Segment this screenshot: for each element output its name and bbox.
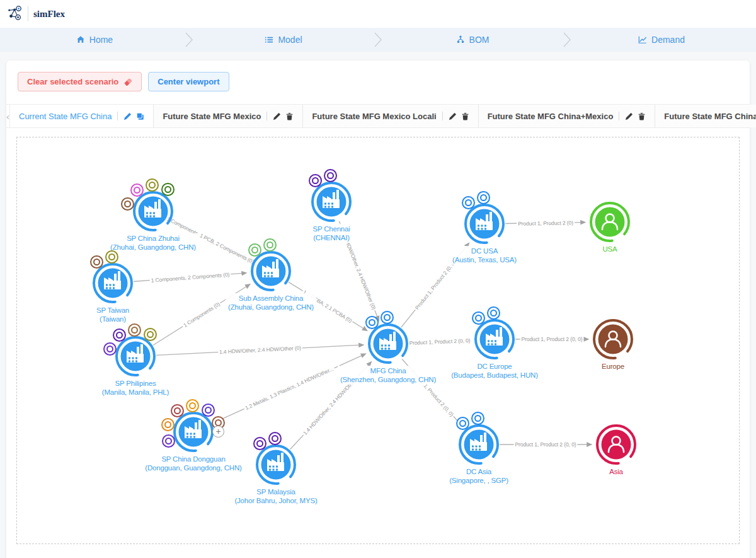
edit-icon[interactable] [123,112,132,120]
expand-node-button[interactable]: + [212,426,224,438]
product-badge [146,178,159,192]
nav-item-home[interactable]: Home [0,28,189,52]
node-location: (Shenzhen, Guangdong, CHN) [340,375,436,384]
node-location: (Singapore, , SGP) [449,476,508,485]
product-badge [113,328,126,342]
scenario-tab-label: Future State MFG China+Mexico2 [664,112,756,121]
product-badge [472,311,485,325]
node-location: (Austin, Texas, USA) [452,255,517,264]
node-label: Sub Assembly China(Zhuhai, Guangdong, CH… [226,293,316,312]
scenario-tab-2[interactable]: Future State MFG Mexico Locali [303,105,478,127]
node-name: DC Europe [451,362,538,371]
scenario-tab-label: Future State MFG Mexico [163,112,261,121]
product-badge [381,311,394,324]
node-label: SP Taiwan(Taiwan) [94,305,132,324]
product-badge [263,238,277,252]
edge-label: Product 1, Product 2 (0) [517,219,575,226]
nav-item-label: Model [278,35,302,45]
node-name: DC USA [452,247,517,255]
product-badge [161,418,175,431]
nav-item-label: Demand [651,35,685,45]
tab-divider [619,112,619,120]
node-name: SP Chennai [312,224,350,233]
scenario-tab-label: Current State MFG China [19,112,112,121]
product-badge [471,412,484,425]
nav-item-label: Home [89,35,113,45]
node-location: (Budapest, Budapest, HUN) [451,371,538,380]
edit-icon[interactable] [273,112,281,120]
node-label: DC Asia(Singapore, , SGP) [447,467,511,485]
nav-item-model[interactable]: Model [189,28,378,52]
app-header: simFlex [0,0,756,28]
node-name: SP Malaysia [234,487,317,496]
node-name: SP China Dongguan [145,455,241,463]
demand-icon [638,35,647,44]
edit-icon[interactable] [625,112,633,120]
scenario-tab-1[interactable]: Future State MFG Mexico [154,105,303,127]
scenario-tab-label: Future State MFG Mexico Locali [312,112,436,121]
main-panel: Clear selected scenario Center viewport … [6,61,750,558]
tab-divider [442,112,443,120]
product-badge [90,255,103,269]
node-label: Asia [607,467,626,477]
tab-divider [266,112,267,120]
product-badge [365,316,379,329]
bom-icon [456,35,465,44]
product-badge [324,169,337,182]
product-badge [128,323,141,337]
copy-icon[interactable] [136,112,144,120]
node-name: SP China Zhuhai [110,234,196,243]
product-badge [477,191,490,204]
node-name: MFG China [340,366,436,375]
node-location: (Dongguan, Guangdong, CHN) [145,463,241,472]
node-name: DC Asia [449,467,508,476]
node-location: (Manila, Manila, PHL) [102,388,169,397]
eraser-icon [123,78,132,86]
nav-item-demand[interactable]: Demand [567,28,756,52]
product-badge [462,196,475,209]
product-badge [162,434,175,448]
delete-icon[interactable] [638,112,646,120]
scenario-tab-label: Future State MFG China+Mexico [488,112,614,121]
node-label: DC Europe(Budapest, Budapest, HUN) [449,361,541,380]
node-name: USA [602,245,617,253]
product-badge [171,404,184,417]
node-location: (Taiwan) [96,315,129,323]
product-badge [144,328,157,341]
node-label: SP China Zhuhai(Zhuhai, Guangdong, CHN) [108,233,198,252]
product-badge [121,197,134,211]
node-location: (Zhuhai, Guangdong, CHN) [110,243,196,252]
scenario-toolbar: Clear selected scenario Center viewport [6,61,750,100]
node-label: MFG China(Shenzhen, Guangdong, CHN) [338,366,438,385]
clear-scenario-label: Clear selected scenario [27,77,118,86]
customer-icon [592,318,634,361]
scenario-tab-4[interactable]: Future State MFG China+Mexico2 [655,105,756,127]
node-location: (Johor Bahru, Johor, MYS) [234,496,317,505]
node-name: SP Philipines [102,379,169,388]
nav-item-bom[interactable]: BOM [378,28,567,52]
node-location: (CHENNAI) [312,233,350,242]
clear-scenario-button[interactable]: Clear selected scenario [18,72,142,91]
node-label: SP Chennai(CHENNAI) [310,224,352,243]
edit-icon[interactable] [449,112,457,120]
product-badge [186,399,199,412]
nav-item-label: BOM [469,35,490,45]
delete-icon[interactable] [285,112,294,120]
product-badge [202,404,215,417]
product-badge [456,417,469,430]
node-name: Sub Assembly China [228,294,314,303]
product-badge [103,342,117,356]
scenario-tab-0[interactable]: Current State MFG China [10,105,154,127]
scenario-tab-3[interactable]: Future State MFG China+Mexico [479,105,656,127]
node-name: Asia [609,467,623,476]
home-icon [76,35,85,44]
node-label: DC USA(Austin, Texas, USA) [450,246,519,265]
node-location: (Zhuhai, Guangdong, CHN) [228,303,314,311]
product-badge [487,306,500,320]
delete-icon[interactable] [461,112,469,120]
main-nav: HomeModelBOMDemand [0,28,756,52]
graph-canvas[interactable]: 1 Components, 1 PCB, 2 Components (0)1 C… [16,137,740,544]
node-label: SP Malaysia(Johor Bahru, Johor, MYS) [232,487,319,506]
product-badge [309,174,322,187]
center-viewport-button[interactable]: Center viewport [148,72,229,91]
